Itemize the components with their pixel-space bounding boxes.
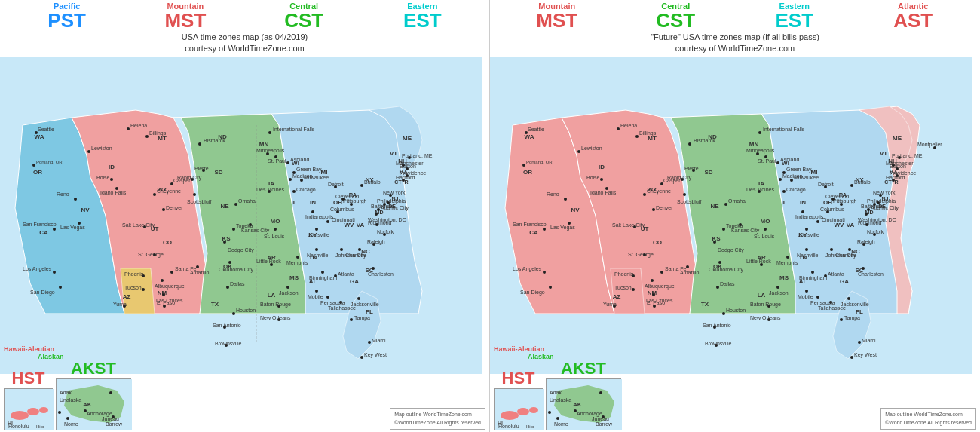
svg-text:Oklahoma City: Oklahoma City bbox=[219, 267, 253, 273]
svg-text:Buffalo: Buffalo bbox=[854, 179, 871, 185]
svg-text:Nashville: Nashville bbox=[797, 253, 819, 258]
svg-text:Unalaska: Unalaska bbox=[550, 397, 571, 403]
svg-text:Scottsbluff: Scottsbluff bbox=[677, 199, 702, 204]
svg-text:Portland, ME: Portland, ME bbox=[402, 153, 433, 158]
svg-text:WV: WV bbox=[345, 222, 355, 228]
svg-text:Bismarck: Bismarck bbox=[694, 138, 715, 143]
svg-point-161 bbox=[326, 296, 329, 299]
svg-point-411 bbox=[830, 248, 833, 251]
svg-text:HI: HI bbox=[8, 421, 13, 426]
alaska-inset-left: AK Nome Anchorage Barrow Adak Unalaska bbox=[56, 378, 131, 430]
alaska-inset-right: AK Nome Anchorage Barrow Adak Unalaska bbox=[546, 378, 621, 430]
svg-text:Lewiston: Lewiston bbox=[91, 146, 112, 151]
svg-text:St. Louis: St. Louis bbox=[264, 234, 285, 239]
svg-text:VT: VT bbox=[880, 150, 887, 157]
svg-text:Santa Fe: Santa Fe bbox=[665, 266, 687, 271]
svg-text:LA: LA bbox=[758, 292, 766, 299]
svg-point-183 bbox=[387, 201, 390, 204]
svg-text:Mobile: Mobile bbox=[308, 294, 323, 299]
hawaii-inset-left: Honolulu HI Hilo bbox=[4, 388, 53, 430]
svg-point-389 bbox=[811, 271, 814, 274]
svg-text:Yuma: Yuma bbox=[603, 302, 617, 307]
svg-point-75 bbox=[162, 208, 165, 211]
svg-text:Seattle: Seattle bbox=[38, 127, 54, 132]
svg-text:Santa Fe: Santa Fe bbox=[175, 266, 197, 271]
svg-text:Milwaukee: Milwaukee bbox=[304, 175, 329, 180]
svg-text:WA: WA bbox=[525, 133, 534, 140]
svg-text:Portland, OR: Portland, OR bbox=[526, 160, 553, 164]
svg-text:Des Moines: Des Moines bbox=[746, 187, 774, 192]
svg-point-295 bbox=[522, 164, 525, 167]
svg-text:New York: New York bbox=[383, 190, 406, 195]
svg-text:Casper: Casper bbox=[173, 178, 191, 184]
svg-text:AZ: AZ bbox=[613, 293, 621, 300]
svg-text:Miami: Miami bbox=[862, 338, 876, 343]
eastern-zone-left: Eastern EST bbox=[392, 2, 452, 30]
svg-text:Hilo: Hilo bbox=[526, 424, 534, 429]
svg-point-347 bbox=[713, 241, 716, 244]
svg-point-157 bbox=[350, 318, 353, 321]
svg-text:Albuquerque: Albuquerque bbox=[155, 283, 185, 290]
central-zone-left: Central CST bbox=[274, 2, 334, 30]
svg-text:International Falls: International Falls bbox=[273, 127, 315, 132]
svg-point-207 bbox=[289, 178, 292, 181]
svg-point-401 bbox=[840, 318, 843, 321]
svg-text:Milwaukee: Milwaukee bbox=[794, 175, 819, 180]
svg-text:Lewiston: Lewiston bbox=[581, 146, 602, 151]
svg-text:AK: AK bbox=[83, 401, 92, 408]
svg-point-243 bbox=[112, 415, 115, 418]
svg-text:Green Bay: Green Bay bbox=[296, 167, 322, 173]
svg-text:Birmingham: Birmingham bbox=[799, 275, 828, 281]
svg-text:ID: ID bbox=[599, 164, 605, 170]
svg-point-226 bbox=[27, 408, 39, 415]
svg-text:Mobile: Mobile bbox=[798, 294, 813, 299]
svg-point-175 bbox=[375, 213, 378, 216]
svg-text:Manchester: Manchester bbox=[886, 161, 914, 166]
svg-text:FL: FL bbox=[366, 308, 373, 315]
svg-text:Charleston: Charleston bbox=[858, 271, 884, 277]
svg-text:Pierre: Pierre bbox=[194, 166, 209, 171]
svg-point-373 bbox=[801, 210, 804, 213]
svg-text:St. Louis: St. Louis bbox=[754, 234, 775, 239]
svg-point-321 bbox=[643, 193, 646, 196]
svg-text:VA: VA bbox=[847, 222, 855, 228]
svg-point-470 bbox=[501, 411, 519, 420]
svg-text:WA: WA bbox=[35, 133, 44, 140]
svg-text:Reno: Reno bbox=[57, 191, 69, 197]
svg-point-119 bbox=[162, 293, 165, 296]
svg-text:Birmingham: Birmingham bbox=[309, 275, 338, 281]
svg-point-163 bbox=[372, 267, 375, 270]
svg-point-331 bbox=[688, 142, 691, 146]
svg-text:Hartford: Hartford bbox=[396, 175, 415, 180]
svg-point-407 bbox=[862, 267, 865, 270]
svg-point-359 bbox=[686, 265, 689, 268]
svg-text:Providence: Providence bbox=[400, 170, 426, 176]
svg-point-238 bbox=[109, 391, 112, 394]
svg-text:Atlantic City: Atlantic City bbox=[871, 205, 899, 211]
svg-point-117 bbox=[170, 271, 173, 274]
svg-text:Cincinnati: Cincinnati bbox=[332, 217, 355, 222]
svg-text:Denver: Denver bbox=[166, 205, 183, 210]
svg-point-409 bbox=[848, 248, 851, 251]
svg-text:Houston: Houston bbox=[726, 308, 746, 313]
svg-text:NE: NE bbox=[710, 203, 719, 210]
svg-point-107 bbox=[228, 261, 231, 264]
svg-text:Boise: Boise bbox=[586, 175, 600, 180]
svg-text:Cheyenne: Cheyenne bbox=[157, 188, 181, 195]
svg-point-455 bbox=[776, 161, 779, 164]
svg-text:New Orleans: New Orleans bbox=[260, 315, 291, 320]
svg-text:Yuma: Yuma bbox=[113, 302, 127, 307]
svg-point-349 bbox=[764, 228, 767, 231]
svg-point-385 bbox=[776, 286, 779, 289]
main-container: Pacific PST Mountain MST Central CST Eas… bbox=[0, 0, 980, 432]
svg-point-53 bbox=[53, 228, 56, 231]
svg-text:Barrow: Barrow bbox=[596, 421, 613, 427]
right-map-panel: Mountain MST Central CST Eastern EST Atl… bbox=[490, 0, 980, 432]
svg-point-67 bbox=[110, 178, 113, 181]
svg-point-61 bbox=[74, 198, 77, 201]
svg-point-297 bbox=[543, 228, 546, 231]
svg-text:Cleveland: Cleveland bbox=[335, 194, 359, 199]
svg-text:Adak: Adak bbox=[550, 390, 562, 395]
svg-point-351 bbox=[718, 261, 721, 264]
right-subtitle: "Future" USA time zones map (if all bill… bbox=[490, 30, 980, 57]
